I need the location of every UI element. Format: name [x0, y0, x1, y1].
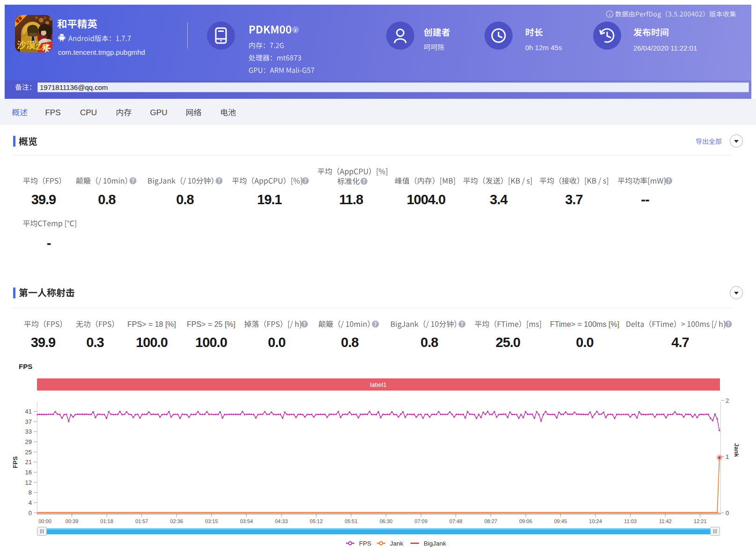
svg-text:1: 1 [726, 453, 729, 460]
svg-text:03:54: 03:54 [240, 518, 253, 524]
svg-text:BigJank: BigJank [424, 540, 446, 547]
svg-text:03:15: 03:15 [205, 518, 218, 524]
svg-text:11:03: 11:03 [624, 518, 637, 524]
svg-text:11:42: 11:42 [659, 518, 672, 524]
svg-text:4: 4 [29, 499, 32, 506]
svg-text:FPS: FPS [359, 540, 371, 547]
svg-text:0: 0 [29, 510, 32, 517]
svg-text:29: 29 [25, 438, 32, 445]
svg-text:05:51: 05:51 [345, 518, 358, 524]
svg-text:Jank: Jank [390, 540, 404, 547]
svg-text:08:27: 08:27 [484, 518, 498, 524]
svg-text:01:18: 01:18 [100, 518, 113, 524]
svg-text:02:36: 02:36 [170, 518, 183, 524]
svg-text:10:24: 10:24 [589, 518, 602, 524]
svg-text:01:57: 01:57 [135, 518, 148, 524]
svg-text:09:45: 09:45 [554, 518, 567, 524]
svg-text:21: 21 [25, 458, 32, 465]
svg-text:16: 16 [25, 469, 32, 476]
svg-text:0: 0 [726, 510, 729, 517]
svg-text:FPS: FPS [19, 362, 32, 370]
svg-text:09:06: 09:06 [519, 518, 532, 524]
svg-text:Jank: Jank [733, 443, 740, 457]
svg-text:07:48: 07:48 [449, 518, 462, 524]
svg-text:12:21: 12:21 [694, 518, 707, 524]
svg-text:41: 41 [25, 408, 32, 415]
svg-text:00:39: 00:39 [66, 518, 79, 524]
svg-text:06:30: 06:30 [380, 518, 393, 524]
svg-text:33: 33 [25, 428, 32, 435]
svg-text:37: 37 [25, 418, 32, 425]
svg-text:label1: label1 [370, 381, 387, 388]
svg-text:07:09: 07:09 [415, 518, 428, 524]
svg-text:FPS: FPS [12, 456, 19, 468]
svg-text:8: 8 [29, 489, 32, 496]
svg-text:05:12: 05:12 [310, 518, 323, 524]
svg-text:12: 12 [25, 479, 32, 486]
svg-text:04:33: 04:33 [275, 518, 288, 524]
svg-text:00:00: 00:00 [38, 518, 51, 524]
svg-text:25: 25 [25, 449, 32, 456]
svg-text:2: 2 [726, 397, 729, 404]
